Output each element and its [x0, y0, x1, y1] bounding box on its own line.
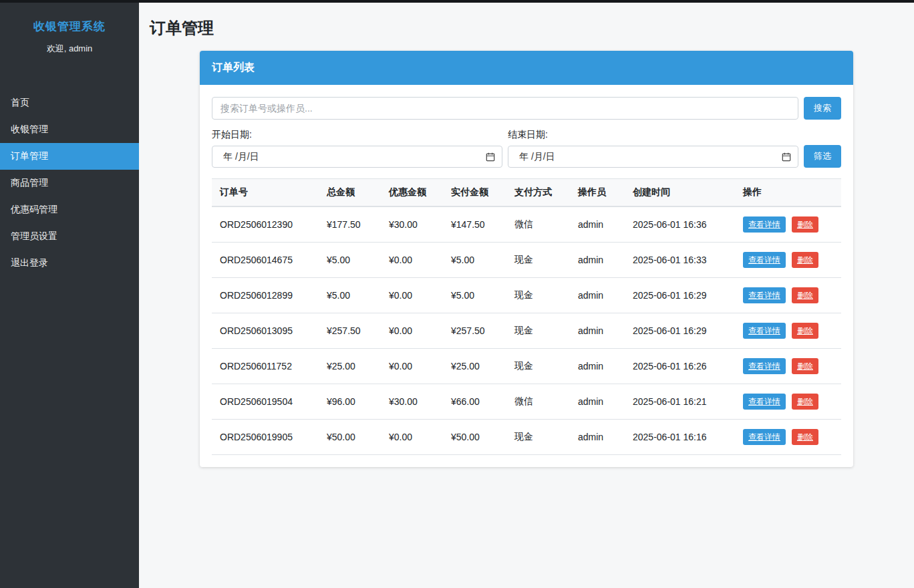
- operator-cell: admin: [570, 313, 625, 349]
- payment-method-cell: 现金: [506, 278, 570, 313]
- column-header: 实付金额: [443, 179, 506, 207]
- payment-method-cell: 微信: [506, 384, 570, 420]
- column-header: 优惠金额: [381, 179, 443, 207]
- start-date-group: 开始日期: 年 /月/日: [212, 129, 502, 168]
- payment-method-cell: 现金: [506, 243, 570, 278]
- card-body: 搜索 开始日期: 年 /月/日: [200, 85, 853, 467]
- sidebar-item-products[interactable]: 商品管理: [0, 170, 139, 196]
- delete-button[interactable]: 删除: [792, 429, 818, 445]
- app-title: 收银管理系统: [7, 19, 132, 34]
- order-no-cell: ORD2506019504: [212, 384, 319, 420]
- view-details-button[interactable]: 查看详情: [743, 287, 786, 303]
- total-amount-cell: ¥25.00: [319, 349, 381, 384]
- view-details-button[interactable]: 查看详情: [743, 394, 786, 410]
- calendar-icon: [486, 152, 495, 162]
- sidebar-item-admin-settings[interactable]: 管理员设置: [0, 223, 139, 250]
- order-no-cell: ORD2506013095: [212, 313, 319, 349]
- discount-amount-cell: ¥30.00: [381, 384, 443, 420]
- order-no-cell: ORD2506019905: [212, 420, 319, 455]
- table-row: ORD2506012899 ¥5.00 ¥0.00 ¥5.00 现金 admin…: [212, 278, 841, 313]
- start-date-input[interactable]: 年 /月/日: [212, 146, 502, 168]
- orders-table: 订单号总金额优惠金额实付金额支付方式操作员创建时间操作 ORD250601239…: [212, 178, 841, 455]
- paid-amount-cell: ¥25.00: [443, 349, 506, 384]
- table-header-row: 订单号总金额优惠金额实付金额支付方式操作员创建时间操作: [212, 179, 841, 207]
- view-details-button[interactable]: 查看详情: [743, 358, 786, 374]
- created-time-cell: 2025-06-01 16:29: [625, 278, 735, 313]
- table-row: ORD2506013095 ¥257.50 ¥0.00 ¥257.50 现金 a…: [212, 313, 841, 349]
- discount-amount-cell: ¥0.00: [381, 349, 443, 384]
- delete-button[interactable]: 删除: [792, 216, 818, 233]
- sidebar-item-home[interactable]: 首页: [0, 90, 139, 116]
- created-time-cell: 2025-06-01 16:29: [625, 313, 735, 349]
- delete-button[interactable]: 删除: [792, 323, 818, 339]
- table-row: ORD2506019905 ¥50.00 ¥0.00 ¥50.00 现金 adm…: [212, 420, 841, 455]
- order-no-cell: ORD2506014675: [212, 243, 319, 278]
- sidebar-header: 收银管理系统 欢迎, admin: [0, 3, 139, 61]
- actions-cell: 查看详情 删除: [735, 278, 841, 313]
- view-details-button[interactable]: 查看详情: [743, 252, 786, 268]
- payment-method-cell: 现金: [506, 349, 570, 384]
- end-date-input[interactable]: 年 /月/日: [508, 146, 798, 168]
- delete-button[interactable]: 删除: [792, 252, 818, 268]
- end-date-label: 结束日期:: [508, 129, 798, 141]
- column-header: 操作员: [570, 179, 625, 207]
- sidebar-item-orders[interactable]: 订单管理: [0, 143, 139, 170]
- search-button[interactable]: 搜索: [804, 97, 841, 120]
- discount-amount-cell: ¥0.00: [381, 278, 443, 313]
- sidebar-item-label: 首页: [11, 97, 29, 108]
- created-time-cell: 2025-06-01 16:26: [625, 349, 735, 384]
- top-bar: [0, 0, 914, 3]
- created-time-cell: 2025-06-01 16:16: [625, 420, 735, 455]
- operator-cell: admin: [570, 420, 625, 455]
- view-details-button[interactable]: 查看详情: [743, 429, 786, 445]
- paid-amount-cell: ¥66.00: [443, 384, 506, 420]
- sidebar-item-label: 优惠码管理: [11, 204, 57, 214]
- paid-amount-cell: ¥257.50: [443, 313, 506, 349]
- view-details-button[interactable]: 查看详情: [743, 323, 786, 339]
- operator-cell: admin: [570, 384, 625, 420]
- column-header: 创建时间: [625, 179, 735, 207]
- table-row: ORD2506012390 ¥177.50 ¥30.00 ¥147.50 微信 …: [212, 206, 841, 243]
- payment-method-cell: 现金: [506, 420, 570, 455]
- table-row: ORD2506019504 ¥96.00 ¥30.00 ¥66.00 微信 ad…: [212, 384, 841, 420]
- column-header: 总金额: [319, 179, 381, 207]
- operator-cell: admin: [570, 278, 625, 313]
- created-time-cell: 2025-06-01 16:21: [625, 384, 735, 420]
- actions-cell: 查看详情 删除: [735, 349, 841, 384]
- view-details-button[interactable]: 查看详情: [743, 216, 786, 233]
- paid-amount-cell: ¥147.50: [443, 206, 506, 243]
- payment-method-cell: 微信: [506, 206, 570, 243]
- main-content: 订单管理 订单列表 搜索 开始日期: 年 /月/日: [139, 3, 914, 588]
- sidebar-item-logout[interactable]: 退出登录: [0, 250, 139, 277]
- card-header: 订单列表: [200, 51, 853, 85]
- sidebar-item-coupons[interactable]: 优惠码管理: [0, 196, 139, 223]
- start-date-label: 开始日期:: [212, 129, 502, 141]
- payment-method-cell: 现金: [506, 313, 570, 349]
- total-amount-cell: ¥5.00: [319, 243, 381, 278]
- page-title: 订单管理: [150, 17, 914, 39]
- created-time-cell: 2025-06-01 16:36: [625, 206, 735, 243]
- column-header: 订单号: [212, 179, 319, 207]
- delete-button[interactable]: 删除: [792, 394, 818, 410]
- end-date-value: 年 /月/日: [519, 151, 555, 163]
- search-row: 搜索: [212, 97, 841, 120]
- total-amount-cell: ¥50.00: [319, 420, 381, 455]
- table-row: ORD2506014675 ¥5.00 ¥0.00 ¥5.00 现金 admin…: [212, 243, 841, 278]
- column-header: 操作: [735, 179, 841, 207]
- actions-cell: 查看详情 删除: [735, 206, 841, 243]
- operator-cell: admin: [570, 206, 625, 243]
- discount-amount-cell: ¥0.00: [381, 420, 443, 455]
- actions-cell: 查看详情 删除: [735, 243, 841, 278]
- filter-button[interactable]: 筛选: [804, 145, 841, 168]
- actions-cell: 查看详情 删除: [735, 313, 841, 349]
- actions-cell: 查看详情 删除: [735, 384, 841, 420]
- paid-amount-cell: ¥5.00: [443, 278, 506, 313]
- search-input[interactable]: [212, 97, 798, 120]
- order-no-cell: ORD2506011752: [212, 349, 319, 384]
- delete-button[interactable]: 删除: [792, 287, 818, 303]
- sidebar-item-cashier[interactable]: 收银管理: [0, 116, 139, 143]
- total-amount-cell: ¥5.00: [319, 278, 381, 313]
- sidebar-item-label: 商品管理: [11, 177, 48, 188]
- paid-amount-cell: ¥5.00: [443, 243, 506, 278]
- delete-button[interactable]: 删除: [792, 358, 818, 374]
